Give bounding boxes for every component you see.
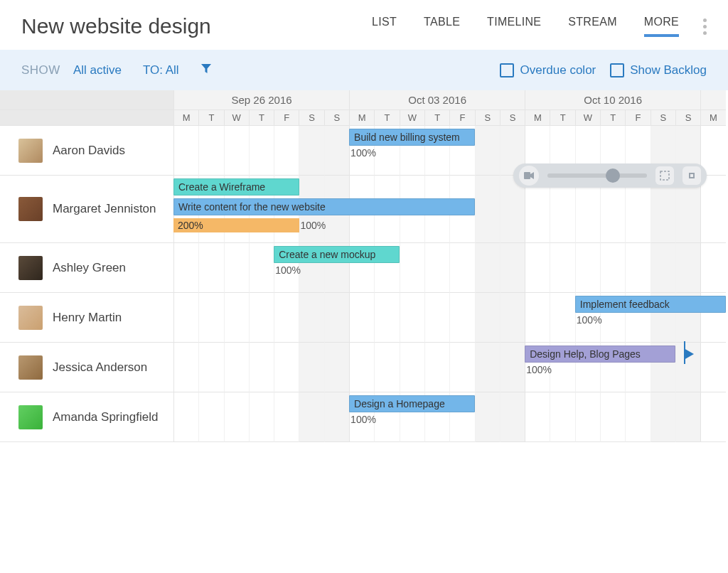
gantt-bar[interactable]: Write content for the new website bbox=[173, 198, 475, 215]
gantt-bar[interactable]: Build new billing system bbox=[349, 129, 475, 146]
gantt-cell[interactable] bbox=[500, 293, 525, 343]
person-row[interactable]: Henry Martin bbox=[0, 293, 173, 343]
tab-more[interactable]: MORE bbox=[644, 16, 679, 37]
gantt-cell[interactable] bbox=[274, 343, 299, 392]
gantt-cell[interactable] bbox=[198, 243, 223, 293]
gantt-cell[interactable] bbox=[475, 293, 500, 343]
gantt-cell[interactable] bbox=[424, 343, 449, 392]
filter-funnel-icon[interactable] bbox=[200, 63, 212, 77]
overdue-color-checkbox[interactable]: Overdue color bbox=[500, 63, 596, 77]
filter-to-all[interactable]: TO: All bbox=[143, 63, 179, 77]
tab-stream[interactable]: STREAM bbox=[568, 16, 616, 37]
gantt-cell[interactable] bbox=[400, 243, 424, 293]
person-row[interactable]: Jessica Anderson bbox=[0, 343, 173, 392]
gantt-bar[interactable]: Design a Homepage bbox=[349, 395, 475, 412]
gantt-cell[interactable] bbox=[299, 343, 323, 392]
gantt-cell[interactable] bbox=[198, 293, 223, 343]
gantt-cell[interactable] bbox=[424, 243, 449, 293]
fullscreen-icon[interactable] bbox=[655, 166, 674, 185]
gantt-cell[interactable] bbox=[500, 392, 525, 442]
gantt-cell[interactable] bbox=[475, 126, 500, 176]
gantt-cell[interactable] bbox=[575, 392, 600, 442]
gantt-cell[interactable] bbox=[324, 293, 349, 343]
gantt-cell[interactable] bbox=[299, 293, 323, 343]
zoom-slider-track[interactable] bbox=[547, 173, 647, 178]
gantt-cell[interactable] bbox=[173, 126, 198, 176]
gantt-cell[interactable] bbox=[700, 176, 725, 243]
gantt-cell[interactable] bbox=[525, 293, 550, 343]
gantt-cell[interactable] bbox=[249, 126, 274, 176]
gantt-cell[interactable] bbox=[224, 293, 249, 343]
tab-list[interactable]: LIST bbox=[372, 16, 397, 37]
gantt-cell[interactable] bbox=[224, 126, 249, 176]
gantt-cell[interactable] bbox=[374, 293, 399, 343]
gantt-cell[interactable] bbox=[249, 392, 274, 442]
gantt-cell[interactable] bbox=[198, 126, 223, 176]
tab-table[interactable]: TABLE bbox=[424, 16, 460, 37]
gantt-cell[interactable] bbox=[173, 392, 198, 442]
zoom-slider-knob[interactable] bbox=[606, 168, 620, 183]
gantt-cell[interactable] bbox=[449, 243, 474, 293]
gantt-cell[interactable] bbox=[198, 392, 223, 442]
gantt-cell[interactable] bbox=[700, 343, 725, 392]
gantt-cell[interactable] bbox=[274, 126, 299, 176]
gantt-cell[interactable] bbox=[525, 392, 550, 442]
gantt-cell[interactable] bbox=[173, 293, 198, 343]
tab-timeline[interactable]: TIMELINE bbox=[487, 16, 541, 37]
gantt-cell[interactable] bbox=[274, 392, 299, 442]
filter-all-active[interactable]: All active bbox=[73, 63, 122, 77]
gantt-cell[interactable] bbox=[249, 343, 274, 392]
gantt-cell[interactable] bbox=[475, 343, 500, 392]
gantt-bar[interactable]: Create a Wireframe bbox=[173, 178, 299, 196]
person-row[interactable]: Margaret Jenniston bbox=[0, 176, 173, 243]
gantt-cell[interactable] bbox=[249, 293, 274, 343]
gantt-cell[interactable] bbox=[625, 392, 650, 442]
gantt-cell[interactable] bbox=[500, 343, 525, 392]
gantt-cell[interactable] bbox=[274, 293, 299, 343]
gantt-cell[interactable] bbox=[324, 392, 349, 442]
video-icon[interactable] bbox=[519, 166, 539, 186]
gantt-cell[interactable] bbox=[550, 392, 574, 442]
gantt-cell[interactable] bbox=[224, 343, 249, 392]
gantt-cell[interactable] bbox=[550, 243, 574, 293]
gantt-cell[interactable] bbox=[475, 176, 500, 243]
gantt-cell[interactable] bbox=[299, 126, 323, 176]
gantt-cell[interactable] bbox=[400, 343, 424, 392]
gantt-cell[interactable] bbox=[475, 392, 500, 442]
gantt-cell[interactable] bbox=[700, 243, 725, 293]
gantt-cell[interactable] bbox=[600, 392, 625, 442]
gantt-cell[interactable] bbox=[224, 392, 249, 442]
gantt-cell[interactable] bbox=[675, 392, 700, 442]
gantt-cell[interactable] bbox=[299, 392, 323, 442]
gantt-cell[interactable] bbox=[374, 343, 399, 392]
gantt-cell[interactable] bbox=[173, 343, 198, 392]
gantt-cell[interactable] bbox=[651, 392, 675, 442]
kebab-menu-icon[interactable] bbox=[703, 18, 707, 35]
gantt-bar[interactable]: Implement feedback bbox=[575, 296, 726, 313]
gantt-cell[interactable] bbox=[550, 293, 574, 343]
gantt-cell[interactable] bbox=[249, 243, 274, 293]
show-backlog-checkbox[interactable]: Show Backlog bbox=[610, 63, 707, 77]
gantt-cell[interactable] bbox=[651, 243, 675, 293]
gantt-cell[interactable] bbox=[449, 343, 474, 392]
gantt-cell[interactable] bbox=[449, 293, 474, 343]
gantt-cell[interactable] bbox=[424, 293, 449, 343]
gantt-bar[interactable]: Design Help, Blog Pages bbox=[525, 346, 675, 363]
person-row[interactable]: Ashley Green bbox=[0, 243, 173, 293]
gantt-bar[interactable]: Create a new mockup bbox=[274, 246, 400, 263]
gantt-cell[interactable] bbox=[400, 293, 424, 343]
gantt-cell[interactable] bbox=[324, 343, 349, 392]
gantt-cell[interactable] bbox=[224, 243, 249, 293]
gantt-cell[interactable] bbox=[700, 392, 725, 442]
fit-icon[interactable] bbox=[682, 166, 701, 185]
gantt-cell[interactable] bbox=[173, 243, 198, 293]
gantt-cell[interactable] bbox=[324, 126, 349, 176]
gantt-cell[interactable] bbox=[600, 243, 625, 293]
gantt-cell[interactable] bbox=[349, 343, 374, 392]
gantt-cell[interactable] bbox=[475, 243, 500, 293]
gantt-cell[interactable] bbox=[575, 243, 600, 293]
gantt-cell[interactable] bbox=[625, 243, 650, 293]
person-row[interactable]: Amanda Springfield bbox=[0, 392, 173, 442]
gantt-cell[interactable] bbox=[500, 243, 525, 293]
gantt-cell[interactable] bbox=[525, 243, 550, 293]
